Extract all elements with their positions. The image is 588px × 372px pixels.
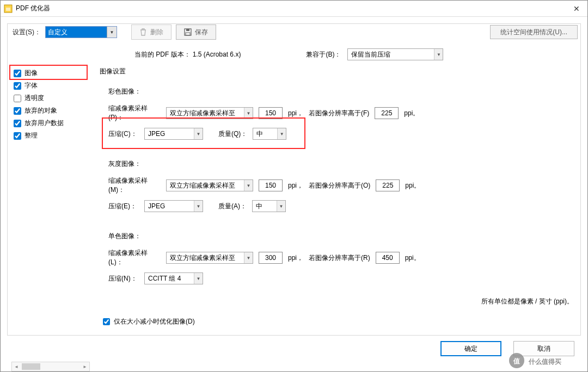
compat-select[interactable]: 保留当前压缩 ▼ [347, 48, 443, 60]
chevron-down-icon: ▼ [244, 108, 253, 119]
gray-downsample-select[interactable]: 双立方缩减像素采样至 ▼ [166, 179, 253, 191]
svg-rect-1 [6, 8, 10, 11]
color-compress-label: 压缩(C)： [108, 129, 139, 139]
chevron-down-icon: ▼ [244, 180, 253, 191]
color-compress-select[interactable]: JPEG ▼ [144, 128, 203, 140]
mono-compress-label: 压缩(N)： [108, 274, 139, 283]
mono-compress-value: CCITT 组 4 [148, 274, 181, 283]
preset-select[interactable]: 自定义 ▼ [45, 26, 117, 38]
mono-above-input[interactable] [376, 252, 400, 264]
delete-button[interactable]: 删除 [131, 24, 171, 40]
gray-above-label: 若图像分辨率高于(O) [309, 181, 370, 190]
sidebar-item-2[interactable]: 透明度 [11, 92, 90, 104]
sidebar-checkbox[interactable] [14, 120, 21, 127]
current-version-label: 当前的 PDF 版本： [134, 50, 191, 59]
gray-title: 灰度图像： [108, 159, 577, 169]
color-compress-value: JPEG [148, 130, 165, 138]
chevron-down-icon: ▼ [194, 128, 203, 139]
sidebar-item-4[interactable]: 放弃用户数据 [11, 117, 90, 129]
mono-compress-select[interactable]: CCITT 组 4 ▼ [144, 272, 203, 284]
color-quality-label: 质量(Q)： [218, 129, 247, 139]
category-sidebar: 图像字体透明度放弃的对象放弃用户数据整理 ◄ ► [11, 67, 90, 371]
sidebar-checkbox[interactable] [14, 107, 21, 115]
close-button[interactable]: ✕ [566, 4, 587, 13]
scroll-left-icon: ◄ [12, 364, 21, 369]
ok-button[interactable]: 确定 [440, 341, 501, 356]
ppi-unit: ppi。 [405, 181, 420, 190]
ppi-unit: ppi。 [405, 253, 420, 263]
only-shrink-checkbox[interactable]: 仅在大小减小时优化图像(D) [101, 317, 195, 327]
chevron-down-icon: ▼ [107, 27, 117, 38]
ok-label: 确定 [464, 344, 477, 354]
app-icon [4, 4, 13, 13]
gray-ppi-input[interactable] [259, 179, 283, 191]
mono-downsample-select[interactable]: 双立方缩减像素采样至 ▼ [166, 252, 253, 264]
titlebar[interactable]: PDF 优化器 ✕ [1, 1, 587, 17]
delete-label: 删除 [150, 28, 163, 37]
color-downsample-value: 双立方缩减像素采样至 [170, 109, 235, 118]
sidebar-checkbox[interactable] [14, 95, 21, 102]
only-shrink-label: 仅在大小减小时优化图像(D) [114, 317, 195, 326]
site-watermark: 值 什么值得买 [508, 352, 584, 369]
sidebar-checkbox[interactable] [14, 70, 21, 77]
sidebar-item-label: 放弃的对象 [24, 106, 57, 115]
gray-above-input[interactable] [376, 179, 400, 191]
sidebar-item-3[interactable]: 放弃的对象 [11, 104, 90, 117]
sidebar-item-label: 字体 [24, 81, 38, 90]
audit-button[interactable]: 统计空间使用情况(U)... [490, 25, 578, 39]
color-ppi-input[interactable] [259, 107, 283, 119]
gray-quality-label: 质量(A)： [218, 202, 247, 211]
mono-title: 单色图像： [108, 232, 577, 241]
save-button[interactable]: 保存 [176, 24, 216, 40]
ppi-unit: ppi， [288, 253, 303, 263]
mono-downsample-value: 双立方缩减像素采样至 [170, 253, 235, 263]
color-above-label: 若图像分辨率高于(F) [309, 109, 369, 118]
gray-downsample-value: 双立方缩减像素采样至 [170, 181, 235, 190]
sidebar-item-1[interactable]: 字体 [11, 79, 90, 92]
color-downsample-label: 缩减像素采样(P)： [108, 104, 161, 122]
trash-icon [139, 28, 147, 36]
color-quality-value: 中 [256, 129, 263, 139]
units-note: 所有单位都是像素 / 英寸 (ppi)。 [481, 297, 573, 306]
sidebar-item-label: 整理 [24, 131, 38, 140]
sidebar-item-label: 放弃用户数据 [24, 119, 64, 128]
svg-rect-4 [186, 33, 190, 35]
mono-above-label: 若图像分辨率高于(R) [309, 253, 370, 263]
dialog-window: PDF 优化器 ✕ 设置(S)： 自定义 ▼ 删除 保存 统计空间使用情况(U)… [0, 0, 588, 372]
preset-value: 自定义 [48, 28, 68, 37]
ppi-unit: ppi， [288, 109, 303, 118]
sidebar-item-label: 图像 [24, 69, 38, 78]
gray-quality-value: 中 [256, 202, 262, 211]
gray-compress-select[interactable]: JPEG ▼ [144, 200, 203, 212]
mono-group: 单色图像： 缩减像素采样(L)： 双立方缩减像素采样至 ▼ ppi， 若图像分辨… [108, 232, 577, 284]
color-group: 彩色图像： 缩减像素采样(P)： 双立方缩减像素采样至 ▼ ppi， 若图像分辨… [108, 87, 577, 140]
sidebar-checkbox[interactable] [14, 82, 21, 90]
gray-compress-label: 压缩(E)： [108, 202, 139, 211]
gray-downsample-label: 缩减像素采样(M)： [108, 176, 161, 195]
sidebar-item-5[interactable]: 整理 [11, 129, 90, 142]
color-above-input[interactable] [375, 107, 399, 119]
chevron-down-icon: ▼ [194, 273, 203, 284]
floppy-icon [184, 28, 192, 36]
sidebar-scrollbar[interactable]: ◄ ► [11, 362, 90, 371]
chevron-down-icon: ▼ [277, 128, 286, 139]
compat-label: 兼容于(B)： [306, 50, 341, 59]
gray-quality-select[interactable]: 中 ▼ [252, 200, 286, 212]
sidebar-checkbox[interactable] [14, 132, 21, 140]
mono-ppi-input[interactable] [259, 252, 283, 264]
current-version-value: 1.5 (Acrobat 6.x) [193, 51, 241, 58]
version-row: 当前的 PDF 版本： 1.5 (Acrobat 6.x) 兼容于(B)： 保留… [1, 46, 587, 61]
watermark-text: 什么值得买 [528, 358, 561, 365]
sidebar-item-label: 透明度 [24, 94, 44, 103]
sidebar-item-0[interactable]: 图像 [11, 67, 90, 79]
svg-text:值: 值 [513, 357, 520, 365]
color-downsample-select[interactable]: 双立方缩减像素采样至 ▼ [166, 107, 253, 119]
scroll-right-icon: ► [81, 364, 89, 369]
save-label: 保存 [195, 28, 208, 37]
mono-downsample-label: 缩减像素采样(L)： [108, 249, 161, 267]
scroll-thumb[interactable] [22, 363, 40, 370]
toolbar: 设置(S)： 自定义 ▼ 删除 保存 统计空间使用情况(U)... [1, 17, 587, 46]
chevron-down-icon: ▼ [194, 201, 203, 212]
only-shrink-input[interactable] [103, 318, 110, 325]
color-quality-select[interactable]: 中 ▼ [253, 128, 286, 140]
